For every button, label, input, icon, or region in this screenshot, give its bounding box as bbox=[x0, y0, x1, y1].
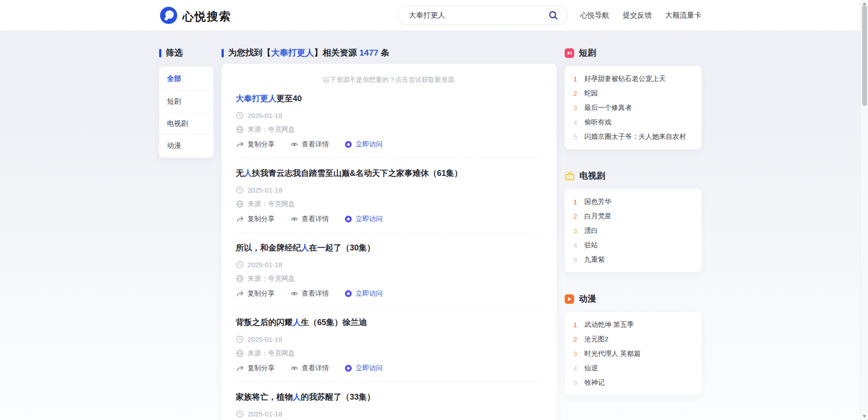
filter-item[interactable]: 全部 bbox=[159, 68, 213, 90]
scroll-up-icon[interactable] bbox=[863, 2, 866, 5]
rank-item[interactable]: 5牧神记 bbox=[565, 375, 702, 390]
visit-now-button[interactable]: 立即访问 bbox=[344, 289, 383, 298]
rank-item[interactable]: 1国色芳华 bbox=[565, 194, 702, 209]
copy-share-button[interactable]: 复制分享 bbox=[236, 140, 275, 149]
copy-share-button[interactable]: 复制分享 bbox=[236, 364, 275, 373]
nav-feedback[interactable]: 提交反馈 bbox=[623, 11, 652, 20]
rank-item-title: 驻站 bbox=[585, 241, 598, 250]
results-header: 为您找到【大奉打更人】相关资源 1477 条 bbox=[222, 47, 557, 59]
result-item: 大奉打更人更至40 2025-01-18 来源：夸克网盘 复制分享 bbox=[236, 93, 542, 158]
view-detail-button[interactable]: 查看详情 bbox=[290, 289, 329, 298]
rank-item-title: 白月梵星 bbox=[585, 212, 612, 221]
rank-item-title: 最后一个修真者 bbox=[585, 104, 632, 112]
rank-item[interactable]: 1好孕甜妻被钻石老公宠上天 bbox=[565, 71, 702, 86]
rank-item-title: 沧元图2 bbox=[585, 335, 609, 344]
result-date-row: 2025-01-18 bbox=[236, 409, 542, 418]
rank-item[interactable]: 2白月梵星 bbox=[565, 209, 702, 223]
nav-data-card[interactable]: 大额流量卡 bbox=[665, 11, 702, 20]
rank-item[interactable]: 1武动乾坤 第五季 bbox=[565, 317, 702, 332]
filter-item[interactable]: 动漫 bbox=[159, 134, 213, 156]
view-detail-button[interactable]: 查看详情 bbox=[290, 140, 329, 149]
visit-ring-icon bbox=[344, 141, 352, 148]
result-title[interactable]: 无人扶我青云志我自踏雪至山巅&名动天下之家事难休（61集） bbox=[236, 168, 542, 179]
result-date: 2025-01-18 bbox=[248, 112, 283, 119]
page: 心悦搜索 心悦导航 提交反馈 大额流量卡 bbox=[0, 0, 868, 420]
eye-icon bbox=[290, 141, 298, 148]
visit-ring-icon bbox=[344, 290, 352, 297]
result-title[interactable]: 大奉打更人更至40 bbox=[236, 93, 542, 104]
result-actions: 复制分享 查看详情 立即访问 bbox=[236, 214, 542, 223]
result-date-row: 2025-01-18 bbox=[236, 260, 542, 269]
rank-item-title: 仙逆 bbox=[585, 364, 598, 373]
rank-item[interactable]: 4偷听有戏 bbox=[565, 115, 702, 129]
filter-item[interactable]: 短剧 bbox=[159, 90, 213, 112]
result-source: 来源：夸克网盘 bbox=[248, 274, 295, 283]
video-play-icon bbox=[565, 48, 574, 58]
share-icon bbox=[236, 364, 244, 372]
rank-number: 5 bbox=[572, 133, 579, 141]
result-actions: 复制分享 查看详情 立即访问 bbox=[236, 363, 542, 373]
divider bbox=[236, 158, 542, 158]
result-list: 大奉打更人更至40 2025-01-18 来源：夸克网盘 复制分享 bbox=[236, 93, 542, 420]
clock-icon bbox=[236, 261, 244, 269]
result-title[interactable]: 所以，和金牌经纪人在一起了（30集） bbox=[236, 242, 542, 253]
search-button[interactable] bbox=[545, 10, 567, 20]
brand[interactable]: 心悦搜索 bbox=[160, 7, 231, 26]
rank-item[interactable]: 2蛇园 bbox=[565, 86, 702, 100]
filter-column: 筛选 全部 短剧 电视剧 动漫 bbox=[159, 47, 213, 420]
result-date-row: 2025-01-18 bbox=[236, 111, 542, 120]
page-scrollbar[interactable] bbox=[860, 0, 868, 420]
visit-now-button[interactable]: 立即访问 bbox=[344, 140, 383, 149]
clock-icon bbox=[236, 410, 244, 418]
rank-item-title: 牧神记 bbox=[585, 378, 605, 387]
rank-item[interactable]: 5闪婚京圈太子爷：夫人她来自农村 bbox=[565, 129, 702, 144]
rank-item[interactable]: 5九重紫 bbox=[565, 252, 702, 267]
brand-logo-icon bbox=[160, 7, 177, 26]
filter-title-row: 筛选 bbox=[159, 47, 213, 59]
results-keyword: 大奉打更人 bbox=[271, 48, 314, 57]
rank-number: 1 bbox=[572, 75, 579, 83]
nav-xinyue-nav[interactable]: 心悦导航 bbox=[580, 11, 609, 20]
visit-now-button[interactable]: 立即访问 bbox=[344, 364, 383, 373]
result-source-row: 来源：夸克网盘 bbox=[236, 199, 542, 208]
accent-bar bbox=[159, 49, 161, 57]
rank-item[interactable]: 4驻站 bbox=[565, 238, 702, 252]
result-title[interactable]: 背叛之后的闪耀人生（65集）徐兰迪 bbox=[236, 317, 542, 328]
refresh-hint[interactable]: 以下资源不是你想要的？点击尝试获取新资源 bbox=[236, 76, 542, 84]
scrollbar-thumb[interactable] bbox=[862, 5, 867, 106]
result-source: 来源：夸克网盘 bbox=[248, 349, 295, 358]
rank-item[interactable]: 4仙逆 bbox=[565, 361, 702, 375]
rank-number: 5 bbox=[572, 379, 579, 387]
result-source: 来源：夸克网盘 bbox=[248, 125, 295, 134]
search-input[interactable] bbox=[397, 11, 545, 19]
result-date: 2025-01-18 bbox=[248, 335, 283, 343]
rank-header: 短剧 bbox=[565, 47, 702, 59]
rank-card: 1国色芳华2白月梵星3漂白4驻站5九重紫 bbox=[565, 189, 702, 272]
scroll-down-icon[interactable] bbox=[863, 415, 866, 418]
rank-section: 动漫 1武动乾坤 第五季2沧元图23时光代理人 英都篇4仙逆5牧神记 bbox=[565, 293, 702, 395]
results-column: 为您找到【大奉打更人】相关资源 1477 条 以下资源不是你想要的？点击尝试获取… bbox=[222, 47, 557, 420]
copy-share-button[interactable]: 复制分享 bbox=[236, 289, 275, 298]
rank-item-title: 偷听有戏 bbox=[585, 118, 612, 127]
view-detail-button[interactable]: 查看详情 bbox=[290, 215, 329, 223]
top-nav: 心悦导航 提交反馈 大额流量卡 bbox=[580, 0, 702, 31]
visit-now-button[interactable]: 立即访问 bbox=[344, 215, 383, 223]
clock-icon bbox=[236, 335, 244, 343]
result-date: 2025-01-18 bbox=[248, 261, 283, 269]
rank-item[interactable]: 3最后一个修真者 bbox=[565, 100, 702, 115]
rank-list: 1武动乾坤 第五季2沧元图23时光代理人 英都篇4仙逆5牧神记 bbox=[565, 317, 702, 390]
rank-item[interactable]: 3时光代理人 英都篇 bbox=[565, 346, 702, 361]
rank-list: 1好孕甜妻被钻石老公宠上天2蛇园3最后一个修真者4偷听有戏5闪婚京圈太子爷：夫人… bbox=[565, 71, 702, 144]
result-title[interactable]: 家族将亡，植物人的我苏醒了（33集） bbox=[236, 392, 542, 402]
copy-share-button[interactable]: 复制分享 bbox=[236, 215, 275, 223]
rank-title: 电视剧 bbox=[580, 170, 605, 182]
accent-bar bbox=[222, 49, 224, 57]
rank-card: 1武动乾坤 第五季2沧元图23时光代理人 英都篇4仙逆5牧神记 bbox=[565, 312, 702, 395]
rank-item[interactable]: 2沧元图2 bbox=[565, 332, 702, 346]
view-detail-button[interactable]: 查看详情 bbox=[290, 364, 329, 373]
share-icon bbox=[236, 215, 244, 223]
rank-list: 1国色芳华2白月梵星3漂白4驻站5九重紫 bbox=[565, 194, 702, 267]
filter-item[interactable]: 电视剧 bbox=[159, 112, 213, 134]
rank-item[interactable]: 3漂白 bbox=[565, 223, 702, 238]
share-icon bbox=[236, 141, 244, 148]
